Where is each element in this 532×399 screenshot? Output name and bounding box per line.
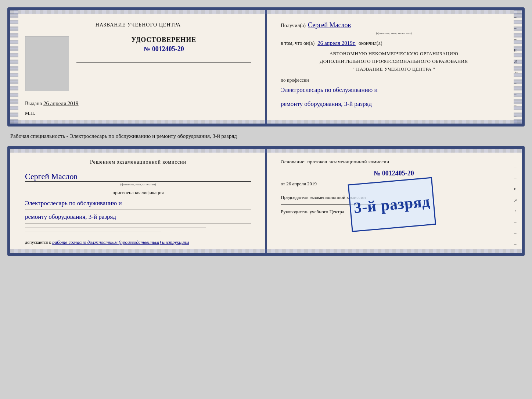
dash: – [504, 23, 507, 29]
qual-line-1: Электрослесарь по обслуживанию и [25, 198, 251, 210]
exam-right-edge-dashes: – – – и ,а ← – – – – [514, 153, 519, 256]
sign-line-exam-2 [25, 232, 161, 232]
certificate-card-2: Решением экзаменационной комиссии Сергей… [7, 146, 525, 256]
sign-line-exam [25, 228, 206, 228]
exam-dash-4: – [514, 219, 519, 225]
profession-line-2: ремонту оборудования, 3-й разряд [281, 99, 507, 111]
prisvoena-label: присвоена квалификация [25, 190, 251, 196]
profession-line-1: Электрослесарь по обслуживанию и [281, 85, 507, 97]
exam-dash-1: – [514, 153, 519, 158]
exam-dash-5: – [514, 230, 519, 236]
specialty-label: Рабочая специальность - Электрослесарь п… [10, 133, 525, 139]
qual-line-2: ремонту оборудования, 3-й разряд [25, 211, 251, 224]
exam-right-panel: Основание: протокол экзаменационной коми… [266, 149, 522, 253]
vtom-label: в том, что он(а) [281, 40, 314, 46]
right-border-pattern [514, 10, 522, 124]
dopuskaetsya-line: допускается к работе согласно должностны… [25, 239, 251, 246]
vydano-line: Выдано 26 апреля 2019 [25, 100, 251, 107]
exam-dash-2: – [514, 164, 519, 170]
poluchil-label: Получил(а) [281, 23, 306, 29]
org-block: АВТОНОМНУЮ НЕКОММЕРЧЕСКУЮ ОРГАНИЗАЦИЮ ДО… [281, 50, 507, 73]
dopuskaetsya-label: допускается к [25, 240, 51, 245]
udostoverenie-label: УДОСТОВЕРЕНИЕ [76, 36, 251, 44]
cert-details: УДОСТОВЕРЕНИЕ № 0012405-20 [76, 36, 251, 64]
org-title-left: НАЗВАНИЕ УЧЕБНОГО ЦЕНТРА [25, 21, 251, 29]
vtom-date: 26 апреля 2019г. [317, 40, 356, 46]
signature-line-1 [76, 62, 251, 63]
cert1-left-panel: НАЗВАНИЕ УЧЕБНОГО ЦЕНТРА УДОСТОВЕРЕНИЕ №… [10, 10, 266, 124]
page-wrapper: НАЗВАНИЕ УЧЕБНОГО ЦЕНТРА УДОСТОВЕРЕНИЕ №… [7, 7, 525, 256]
dopusk-text: работе согласно должностным (производств… [52, 239, 189, 245]
vydano-label: Выдано [25, 101, 42, 106]
fio-subtext-1: (фамилия, имя, отчество) [281, 31, 507, 35]
org-line-2: ДОПОЛНИТЕЛЬНОГО ПРОФЕССИОНАЛЬНОГО ОБРАЗО… [281, 58, 507, 65]
cert1-right-panel: Получил(а) Сергей Маслов – (фамилия, имя… [266, 10, 522, 124]
exam-fio-subtext: (фамилия, имя, отчество) [25, 182, 251, 186]
exam-letter-i: и [514, 186, 519, 192]
exam-dash-3: – [514, 175, 519, 181]
org-line-1: АВТОНОМНУЮ НЕКОММЕРЧЕСКУЮ ОРГАНИЗАЦИЮ [281, 50, 507, 58]
stamp: 3-й разряд [348, 177, 436, 232]
exam-dash-6: – [514, 241, 519, 247]
okончil-label: окончил(а) [359, 40, 382, 46]
vtom-line: в том, что он(а) 26 апреля 2019г. окончи… [281, 40, 507, 46]
mp-label: М.П. [25, 110, 251, 116]
ot-label: от [281, 181, 285, 186]
cert-title-block: УДОСТОВЕРЕНИЕ № 0012405-20 [76, 36, 251, 53]
org-line-3: " НАЗВАНИЕ УЧЕБНОГО ЦЕНТРА " [281, 65, 507, 73]
photo-placeholder [25, 36, 69, 91]
exam-left-panel: Решением экзаменационной комиссии Сергей… [10, 149, 266, 253]
exam-letter-a: ,а [514, 197, 519, 203]
exam-name: Сергей Маслов [25, 172, 251, 182]
proto-number: № 0012405-20 [281, 170, 507, 177]
vydano-date: 26 апреля 2019 [43, 100, 79, 106]
receiver-name: Сергей Маслов [308, 21, 502, 29]
cert-number: № 0012405-20 [76, 45, 251, 53]
exam-heading: Решением экзаменационной комиссии [25, 158, 251, 166]
receiver-line: Получил(а) Сергей Маслов – [281, 21, 507, 29]
certificate-card-1: НАЗВАНИЕ УЧЕБНОГО ЦЕНТРА УДОСТОВЕРЕНИЕ №… [7, 7, 525, 127]
osnovanie-label: Основание: протокол экзаменационной коми… [281, 158, 507, 165]
ot-date: 26 апреля 2019 [286, 181, 317, 186]
stamp-text: 3-й разряд [353, 193, 431, 217]
poprofessii-label: по профессии [281, 77, 507, 83]
exam-arrow: ← [514, 208, 519, 214]
exam-dash-7: – [514, 252, 519, 256]
cert-photo-area: УДОСТОВЕРЕНИЕ № 0012405-20 [25, 36, 251, 91]
